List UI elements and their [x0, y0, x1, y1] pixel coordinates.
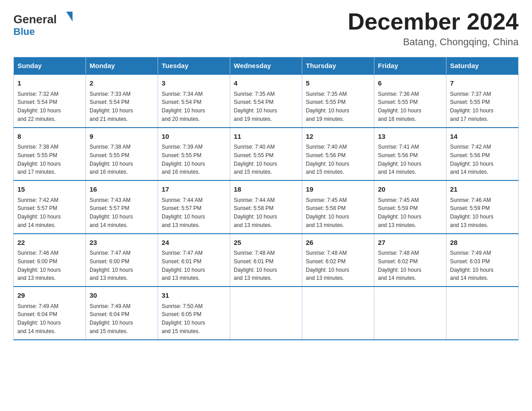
calendar-cell: 9 Sunrise: 7:38 AMSunset: 5:55 PMDayligh…	[86, 128, 158, 181]
calendar-cell: 10 Sunrise: 7:39 AMSunset: 5:55 PMDaylig…	[158, 128, 230, 181]
day-info: Sunrise: 7:34 AMSunset: 5:54 PMDaylight:…	[162, 91, 205, 122]
day-info: Sunrise: 7:49 AMSunset: 6:04 PMDaylight:…	[17, 303, 61, 334]
day-info: Sunrise: 7:47 AMSunset: 6:01 PMDaylight:…	[162, 250, 205, 281]
day-number: 26	[306, 238, 370, 248]
calendar-cell: 12 Sunrise: 7:40 AMSunset: 5:56 PMDaylig…	[302, 128, 374, 181]
calendar-cell: 30 Sunrise: 7:49 AMSunset: 6:04 PMDaylig…	[86, 287, 158, 340]
day-info: Sunrise: 7:45 AMSunset: 5:58 PMDaylight:…	[306, 197, 349, 228]
day-info: Sunrise: 7:44 AMSunset: 5:57 PMDaylight:…	[162, 197, 205, 228]
day-info: Sunrise: 7:49 AMSunset: 6:04 PMDaylight:…	[90, 303, 133, 334]
calendar-cell: 7 Sunrise: 7:37 AMSunset: 5:55 PMDayligh…	[446, 74, 519, 128]
day-number: 12	[306, 132, 370, 142]
day-number: 18	[234, 184, 298, 195]
day-number: 7	[450, 78, 515, 89]
day-number: 21	[450, 184, 515, 195]
day-number: 28	[450, 238, 515, 248]
col-sunday: Sunday	[14, 57, 86, 75]
day-info: Sunrise: 7:42 AMSunset: 5:57 PMDaylight:…	[17, 197, 61, 228]
day-info: Sunrise: 7:48 AMSunset: 6:01 PMDaylight:…	[234, 250, 277, 281]
day-number: 5	[306, 78, 370, 89]
day-info: Sunrise: 7:44 AMSunset: 5:58 PMDaylight:…	[234, 197, 277, 228]
calendar-cell: 5 Sunrise: 7:35 AMSunset: 5:55 PMDayligh…	[302, 74, 374, 128]
calendar-header-row: Sunday Monday Tuesday Wednesday Thursday…	[14, 57, 519, 75]
day-info: Sunrise: 7:50 AMSunset: 6:05 PMDaylight:…	[162, 303, 205, 334]
calendar-cell: 8 Sunrise: 7:38 AMSunset: 5:55 PMDayligh…	[14, 128, 86, 181]
calendar-cell: 14 Sunrise: 7:42 AMSunset: 5:56 PMDaylig…	[446, 128, 519, 181]
day-number: 11	[234, 132, 298, 142]
svg-marker-1	[66, 12, 73, 21]
calendar-cell: 28 Sunrise: 7:49 AMSunset: 6:03 PMDaylig…	[446, 234, 519, 287]
day-number: 27	[378, 238, 442, 248]
day-number: 16	[90, 184, 154, 195]
calendar-cell: 25 Sunrise: 7:48 AMSunset: 6:01 PMDaylig…	[230, 234, 302, 287]
day-info: Sunrise: 7:35 AMSunset: 5:54 PMDaylight:…	[234, 91, 277, 122]
day-number: 20	[378, 184, 442, 195]
calendar-cell: 16 Sunrise: 7:43 AMSunset: 5:57 PMDaylig…	[86, 180, 158, 234]
day-number: 2	[90, 78, 154, 89]
title-block: December 2024 Batang, Chongqing, China	[348, 9, 519, 48]
calendar-cell: 20 Sunrise: 7:45 AMSunset: 5:59 PMDaylig…	[374, 180, 446, 234]
day-info: Sunrise: 7:39 AMSunset: 5:55 PMDaylight:…	[162, 144, 205, 175]
calendar-cell: 1 Sunrise: 7:32 AMSunset: 5:54 PMDayligh…	[14, 74, 86, 128]
day-info: Sunrise: 7:40 AMSunset: 5:55 PMDaylight:…	[234, 144, 277, 175]
day-info: Sunrise: 7:47 AMSunset: 6:00 PMDaylight:…	[90, 250, 133, 281]
calendar-cell: 29 Sunrise: 7:49 AMSunset: 6:04 PMDaylig…	[14, 287, 86, 340]
calendar-cell: 22 Sunrise: 7:46 AMSunset: 6:00 PMDaylig…	[14, 234, 86, 287]
calendar-cell	[374, 287, 446, 340]
calendar-cell: 18 Sunrise: 7:44 AMSunset: 5:58 PMDaylig…	[230, 180, 302, 234]
day-number: 10	[162, 132, 226, 142]
calendar-cell: 6 Sunrise: 7:36 AMSunset: 5:55 PMDayligh…	[374, 74, 446, 128]
calendar-cell: 4 Sunrise: 7:35 AMSunset: 5:54 PMDayligh…	[230, 74, 302, 128]
calendar-table: Sunday Monday Tuesday Wednesday Thursday…	[13, 57, 519, 340]
page-header: General Blue December 2024 Batang, Chong…	[13, 9, 519, 48]
calendar-week-3: 15 Sunrise: 7:42 AMSunset: 5:57 PMDaylig…	[14, 180, 519, 234]
logo-svg: General Blue	[13, 9, 76, 38]
day-number: 25	[234, 238, 298, 248]
calendar-title: December 2024	[348, 9, 519, 34]
calendar-cell: 2 Sunrise: 7:33 AMSunset: 5:54 PMDayligh…	[86, 74, 158, 128]
day-info: Sunrise: 7:38 AMSunset: 5:55 PMDaylight:…	[17, 144, 61, 175]
day-info: Sunrise: 7:49 AMSunset: 6:03 PMDaylight:…	[450, 250, 493, 281]
calendar-cell: 15 Sunrise: 7:42 AMSunset: 5:57 PMDaylig…	[14, 180, 86, 234]
calendar-cell: 19 Sunrise: 7:45 AMSunset: 5:58 PMDaylig…	[302, 180, 374, 234]
day-info: Sunrise: 7:40 AMSunset: 5:56 PMDaylight:…	[306, 144, 349, 175]
svg-text:General: General	[13, 13, 57, 26]
col-monday: Monday	[86, 57, 158, 75]
day-number: 6	[378, 78, 442, 89]
calendar-week-1: 1 Sunrise: 7:32 AMSunset: 5:54 PMDayligh…	[14, 74, 519, 128]
day-info: Sunrise: 7:46 AMSunset: 5:59 PMDaylight:…	[450, 197, 493, 228]
day-number: 22	[17, 238, 82, 248]
calendar-cell	[302, 287, 374, 340]
calendar-cell	[446, 287, 519, 340]
calendar-week-5: 29 Sunrise: 7:49 AMSunset: 6:04 PMDaylig…	[14, 287, 519, 340]
day-number: 19	[306, 184, 370, 195]
day-number: 14	[450, 132, 515, 142]
col-thursday: Thursday	[302, 57, 374, 75]
day-number: 31	[162, 291, 226, 301]
calendar-cell: 26 Sunrise: 7:48 AMSunset: 6:02 PMDaylig…	[302, 234, 374, 287]
day-number: 1	[17, 78, 82, 89]
day-info: Sunrise: 7:46 AMSunset: 6:00 PMDaylight:…	[17, 250, 61, 281]
day-info: Sunrise: 7:33 AMSunset: 5:54 PMDaylight:…	[90, 91, 133, 122]
day-info: Sunrise: 7:42 AMSunset: 5:56 PMDaylight:…	[450, 144, 493, 175]
calendar-week-4: 22 Sunrise: 7:46 AMSunset: 6:00 PMDaylig…	[14, 234, 519, 287]
col-friday: Friday	[374, 57, 446, 75]
calendar-cell: 23 Sunrise: 7:47 AMSunset: 6:00 PMDaylig…	[86, 234, 158, 287]
calendar-cell	[230, 287, 302, 340]
day-number: 23	[90, 238, 154, 248]
calendar-subtitle: Batang, Chongqing, China	[348, 36, 519, 48]
day-info: Sunrise: 7:43 AMSunset: 5:57 PMDaylight:…	[90, 197, 133, 228]
day-number: 17	[162, 184, 226, 195]
day-number: 13	[378, 132, 442, 142]
calendar-cell: 11 Sunrise: 7:40 AMSunset: 5:55 PMDaylig…	[230, 128, 302, 181]
calendar-cell: 24 Sunrise: 7:47 AMSunset: 6:01 PMDaylig…	[158, 234, 230, 287]
calendar-cell: 17 Sunrise: 7:44 AMSunset: 5:57 PMDaylig…	[158, 180, 230, 234]
svg-text:Blue: Blue	[13, 26, 35, 37]
day-info: Sunrise: 7:32 AMSunset: 5:54 PMDaylight:…	[17, 91, 61, 122]
day-info: Sunrise: 7:48 AMSunset: 6:02 PMDaylight:…	[378, 250, 421, 281]
day-number: 9	[90, 132, 154, 142]
logo: General Blue	[13, 9, 76, 38]
day-number: 15	[17, 184, 82, 195]
calendar-cell: 31 Sunrise: 7:50 AMSunset: 6:05 PMDaylig…	[158, 287, 230, 340]
day-info: Sunrise: 7:45 AMSunset: 5:59 PMDaylight:…	[378, 197, 421, 228]
